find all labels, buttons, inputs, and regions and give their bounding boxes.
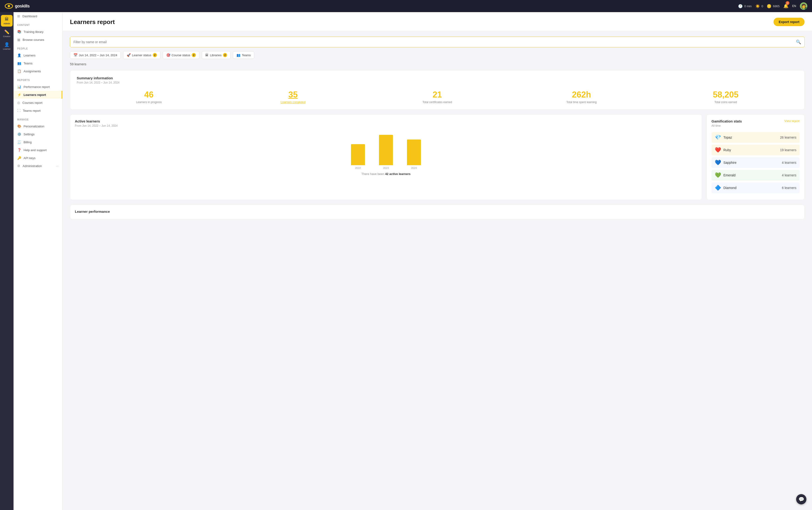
learners-count: 59 learners (70, 62, 805, 66)
sidebar-item-settings[interactable]: ⚙️ Settings (13, 130, 62, 138)
stat-number-coins: 58,205 (654, 90, 798, 100)
calendar-icon: 📅 (73, 53, 78, 57)
learner-perf-title: Learner performance (75, 209, 800, 214)
date-range-filter[interactable]: 📅 Jun 14, 2022 – Jun 14, 2024 (70, 51, 121, 59)
settings-icon: ⚙️ (17, 132, 21, 136)
page-body: 🔍 📅 Jun 14, 2022 – Jun 14, 2024 🚀 Learne… (62, 31, 812, 225)
training-icon: 📚 (17, 30, 21, 34)
teams-icon: 👥 (17, 61, 21, 65)
avatar[interactable]: 👩 (800, 2, 807, 10)
language-selector[interactable]: EN (792, 4, 796, 8)
sidebar-item-teams-report[interactable]: ⛶ Teams report (13, 107, 62, 115)
stat-time: 262h Total time spent learning (509, 90, 654, 104)
sidebar-item-performance-report[interactable]: 📊 Performance report (13, 83, 62, 91)
active-learners-date: From Jun 14, 2022 – Jun 14, 2024 (75, 124, 697, 128)
active-learners-card: Active learners From Jun 14, 2022 – Jun … (70, 114, 702, 200)
performance-icon: 📊 (17, 85, 21, 89)
stat-completed[interactable]: 35 Learners completed (221, 90, 365, 104)
logo[interactable]: goskills (5, 2, 30, 10)
export-report-button[interactable]: Export report (774, 18, 805, 26)
sidebar-item-training-library[interactable]: 📚 Training library (13, 28, 62, 36)
gem-ruby: ❤️ Ruby 19 learners (712, 145, 800, 155)
top-nav: goskills 🕐 0 min ☀️ 0 🪙 6865 🔔 2 EN 👩 (0, 0, 812, 12)
summary-title: Summary information (77, 76, 798, 80)
sidebar-item-teams[interactable]: 👥 Teams (13, 59, 62, 67)
view-report-link[interactable]: View report (784, 119, 800, 123)
sidebar-item-administration[interactable]: ⚙ Administration ··· (13, 162, 62, 170)
sidebar-item-billing[interactable]: 🧾 Billing (13, 138, 62, 146)
sidebar-icon-creator[interactable]: ✏️ Creator (1, 28, 12, 39)
bar-2023-label: 2023 (383, 167, 389, 169)
sidebar-item-api-keys[interactable]: 🔑 API keys (13, 154, 62, 162)
sidebar-item-dashboard[interactable]: ⊞ Dashboard (13, 12, 62, 20)
sapphire-icon: 💙 (715, 160, 721, 166)
teams-filter[interactable]: 👥 Teams (233, 51, 254, 59)
stat-certificates: 21 Total certificates earned (365, 90, 509, 104)
gamification-subtitle: All time (712, 124, 742, 128)
course-status-filter[interactable]: 🎯 Course status 2 (163, 51, 200, 59)
stat-number-time: 262h (509, 90, 654, 100)
search-input[interactable] (73, 40, 796, 44)
bar-2024-bar (407, 140, 421, 165)
search-bar: 🔍 (70, 37, 805, 47)
course-icon: 🎯 (166, 53, 170, 57)
content-section-label: CONTENT (13, 20, 62, 28)
dashboard-icon: ⊞ (17, 14, 20, 18)
learners-report-icon: ⚡ (17, 93, 21, 96)
sidebar-item-learners[interactable]: 👤 Learners (13, 51, 62, 59)
admin-nav-icon: ⚙ (17, 164, 20, 168)
nav-notifications[interactable]: 🔔 2 (783, 3, 788, 9)
learner-status-filter[interactable]: 🚀 Learner status 2 (123, 51, 160, 59)
libraries-badge: 2 (223, 53, 227, 57)
courses-report-icon: ◎ (17, 101, 20, 105)
course-status-badge: 2 (192, 53, 196, 57)
admin-icon: 🏛 (5, 17, 9, 22)
personalization-icon: 🎨 (17, 124, 21, 128)
learner-performance-card: Learner performance (70, 205, 805, 219)
sidebar-item-learners-report[interactable]: ⚡ Learners report (13, 91, 62, 99)
stat-label-completed: Learners completed (221, 101, 365, 104)
api-icon: 🔑 (17, 156, 21, 160)
libraries-filter[interactable]: 🏛 Libraries 2 (202, 51, 231, 59)
sidebar-icon-admin[interactable]: 🏛 Admin (1, 15, 12, 27)
topaz-name: Topaz (723, 136, 732, 139)
gamification-card: Gamification stats All time View report … (706, 114, 805, 200)
billing-icon: 🧾 (17, 140, 21, 144)
sidebar-icon-learner[interactable]: 👤 Learner (1, 40, 12, 52)
sidebar-nav: ⊞ Dashboard CONTENT 📚 Training library ▦… (13, 12, 62, 510)
bottom-row: Active learners From Jun 14, 2022 – Jun … (70, 114, 805, 200)
assignments-icon: 📋 (17, 69, 21, 73)
emerald-count: 4 learners (782, 173, 796, 177)
sidebar-item-browse-courses[interactable]: ▦ Browse courses (13, 36, 62, 44)
sidebar-item-assignments[interactable]: 📋 Assignments (13, 67, 62, 75)
emerald-name: Emerald (723, 173, 735, 177)
reports-section-label: REPORTS (13, 75, 62, 83)
help-icon: ❓ (17, 148, 21, 152)
library-icon: 🏛 (205, 53, 209, 57)
page-header: Learners report Export report (62, 12, 812, 31)
active-learners-note: There have been 42 active learners (75, 172, 697, 176)
stat-coins: 58,205 Total coins earned (654, 90, 798, 104)
sidebar-item-help-support[interactable]: ❓ Help and support (13, 146, 62, 154)
bar-2024: 2024 (407, 140, 421, 169)
logo-icon (5, 2, 13, 10)
rocket-icon: 🚀 (127, 53, 130, 57)
chat-button[interactable]: 💬 (796, 494, 806, 504)
nav-coins: 🪙 6865 (767, 4, 780, 8)
learners-nav-icon: 👤 (17, 53, 21, 57)
sidebar-item-courses-report[interactable]: ◎ Courses report (13, 99, 62, 107)
sidebar-icon-rail: 🏛 Admin ✏️ Creator 👤 Learner (0, 12, 13, 510)
people-section-label: PEOPLE (13, 44, 62, 51)
active-learners-header: Active learners From Jun 14, 2022 – Jun … (75, 119, 697, 128)
stat-label-coins: Total coins earned (654, 101, 798, 104)
gem-diamond: 🔷 Diamond 6 learners (712, 182, 800, 193)
main-content: Learners report Export report 🔍 📅 Jun 14… (62, 12, 812, 510)
stat-label-time: Total time spent learning (509, 101, 654, 104)
gamification-title: Gamification stats (712, 119, 742, 123)
nav-time: 🕐 0 min (738, 4, 752, 8)
active-count: 42 active learners (385, 172, 411, 176)
stat-number-in-progress: 46 (77, 90, 221, 100)
bar-chart: 2022 2023 2024 (75, 132, 697, 169)
learner-status-badge: 2 (153, 53, 157, 57)
sidebar-item-personalization[interactable]: 🎨 Personalization (13, 122, 62, 130)
